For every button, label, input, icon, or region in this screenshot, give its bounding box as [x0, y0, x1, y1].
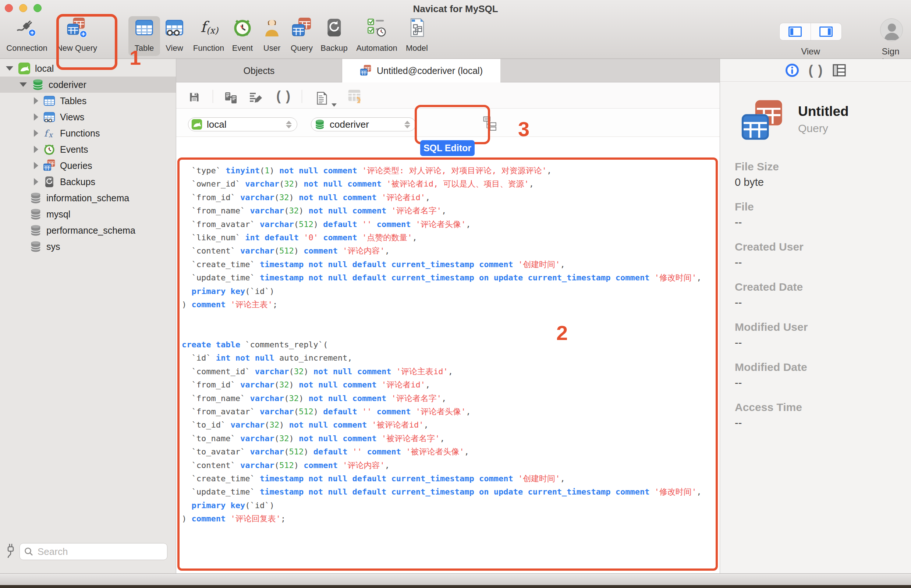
- sidebar-item-local[interactable]: local: [0, 60, 176, 76]
- sidebar-item-queries[interactable]: Queries: [0, 157, 176, 174]
- expand-triangle-icon[interactable]: [34, 162, 38, 169]
- expand-triangle-icon[interactable]: [34, 97, 38, 105]
- connection-filter-icon[interactable]: [5, 543, 16, 559]
- beautify-sql-button[interactable]: [248, 91, 265, 106]
- field-file: File --: [735, 200, 754, 228]
- toolbar-button-table[interactable]: Table: [128, 16, 160, 56]
- connection-select[interactable]: local: [188, 117, 297, 131]
- events-icon: [43, 143, 56, 156]
- database-select[interactable]: coderiver: [311, 117, 416, 131]
- queries-icon: [43, 159, 56, 172]
- field-access-time: Access Time --: [735, 401, 802, 429]
- toolbar-button-query[interactable]: Query: [291, 17, 313, 53]
- field-modified-date: Modified Date --: [735, 361, 807, 389]
- explain-button[interactable]: [483, 116, 497, 132]
- sidebar-item-functions[interactable]: Functions: [0, 125, 176, 141]
- sidebar-item-performance-schema[interactable]: performance_schema: [0, 222, 176, 238]
- model-icon: [406, 17, 428, 38]
- user-icon: [261, 17, 283, 38]
- database-gray-icon: [29, 208, 42, 220]
- tab-untitled-query[interactable]: Untitled@coderiver (local): [342, 59, 501, 82]
- connection-plug-icon: [16, 17, 37, 38]
- sign-in-button[interactable]: [880, 18, 903, 41]
- mysql-connection-icon: [18, 62, 31, 75]
- sql-editor[interactable]: `type` tinyint(1) not null comment '评论类型…: [176, 137, 720, 573]
- toolbar-button-connection[interactable]: Connection: [6, 17, 47, 53]
- toolbar-button-model[interactable]: Model: [406, 17, 428, 53]
- view-icon: [164, 17, 185, 38]
- sql-editor-content[interactable]: `type` tinyint(1) not null comment '评论类型…: [182, 164, 702, 526]
- expand-triangle-icon[interactable]: [34, 146, 38, 153]
- sidebar-item-backups[interactable]: Backups: [0, 174, 176, 190]
- views-icon: [43, 111, 56, 123]
- create-table-from-result-button[interactable]: [346, 89, 363, 106]
- select-chevrons-icon: [286, 121, 292, 128]
- columns-icon[interactable]: [833, 64, 846, 76]
- query-object-icon: [740, 99, 785, 144]
- sql-editor-tooltip: SQL Editor: [420, 140, 475, 156]
- main-content: Objects Untitled@coderiver (local) ( ): [176, 59, 720, 573]
- new-query-icon: [66, 17, 87, 38]
- tab-bar: Objects Untitled@coderiver (local): [176, 59, 720, 82]
- toolbar-button-function[interactable]: Function: [193, 17, 224, 53]
- database-gray-icon: [29, 192, 42, 204]
- window-title: Navicat for MySQL: [0, 3, 911, 15]
- search-input[interactable]: [19, 543, 167, 560]
- database-green-icon: [32, 78, 44, 91]
- automation-icon: [366, 17, 388, 38]
- field-created-date: Created Date --: [735, 281, 803, 309]
- right-panel-icon: [819, 26, 833, 37]
- sidebar-item-events[interactable]: Events: [0, 141, 176, 157]
- dropdown-caret-icon: [331, 103, 337, 107]
- sidebar-item-sys[interactable]: sys: [0, 238, 176, 255]
- field-created-user: Created User --: [735, 241, 804, 269]
- tables-icon: [43, 95, 56, 107]
- object-type: Query: [798, 122, 828, 135]
- toolbar-separator: [302, 90, 302, 103]
- toolbar-button-event[interactable]: Event: [232, 17, 253, 53]
- window-bottom-edge: [0, 585, 911, 588]
- info-panel: ( ) Untitled Query File Size 0 byte File…: [720, 59, 911, 573]
- ddl-icon[interactable]: ( ): [809, 63, 824, 78]
- query-toolbar: ( ): [176, 82, 720, 108]
- sidebar-item-mysql[interactable]: mysql: [0, 206, 176, 222]
- export-result-button[interactable]: [315, 91, 337, 107]
- expand-triangle-icon[interactable]: [34, 178, 38, 186]
- query-icon: [291, 17, 312, 38]
- show-left-sidebar-button[interactable]: [780, 23, 811, 40]
- sidebar-item-views[interactable]: Views: [0, 109, 176, 125]
- functions-icon: [43, 127, 56, 139]
- avatar-icon: [880, 19, 903, 41]
- query-builder-button[interactable]: [223, 91, 239, 106]
- database-green-icon: [314, 119, 325, 130]
- toolbar-button-backup[interactable]: Backup: [320, 17, 347, 53]
- status-bar: [0, 573, 911, 585]
- connection-sidebar: local coderiver Tables Views Functions: [0, 59, 176, 573]
- database-gray-icon: [29, 224, 42, 237]
- general-info-icon[interactable]: [785, 63, 799, 77]
- sidebar-item-coderiver[interactable]: coderiver: [0, 76, 176, 93]
- save-button[interactable]: [188, 91, 200, 105]
- mysql-connection-icon: [191, 119, 202, 130]
- code-snippet-button[interactable]: ( ): [276, 88, 291, 104]
- collapse-triangle-icon[interactable]: [19, 82, 27, 87]
- expand-triangle-icon[interactable]: [34, 113, 38, 121]
- tab-objects[interactable]: Objects: [176, 59, 342, 82]
- backups-icon: [43, 176, 56, 188]
- left-panel-icon: [788, 26, 802, 37]
- function-icon: [198, 17, 219, 38]
- sidebar-item-tables[interactable]: Tables: [0, 93, 176, 109]
- toolbar-button-view[interactable]: View: [164, 17, 185, 53]
- sidebar-item-information-schema[interactable]: information_schema: [0, 190, 176, 206]
- database-gray-icon: [29, 240, 42, 253]
- field-modified-user: Modified User --: [735, 321, 808, 349]
- toolbar-button-new-query[interactable]: New Query: [57, 17, 97, 53]
- show-right-sidebar-button[interactable]: [811, 23, 842, 40]
- toolbar-button-user[interactable]: User: [261, 17, 283, 53]
- collapse-triangle-icon[interactable]: [6, 66, 13, 71]
- titlebar-toolbar: Navicat for MySQL Connection New Query T…: [0, 0, 911, 59]
- view-segmented-control: [779, 23, 842, 40]
- toolbar-button-automation[interactable]: Automation: [356, 17, 397, 53]
- query-context-bar: local coderiver: [176, 108, 720, 137]
- expand-triangle-icon[interactable]: [34, 129, 38, 137]
